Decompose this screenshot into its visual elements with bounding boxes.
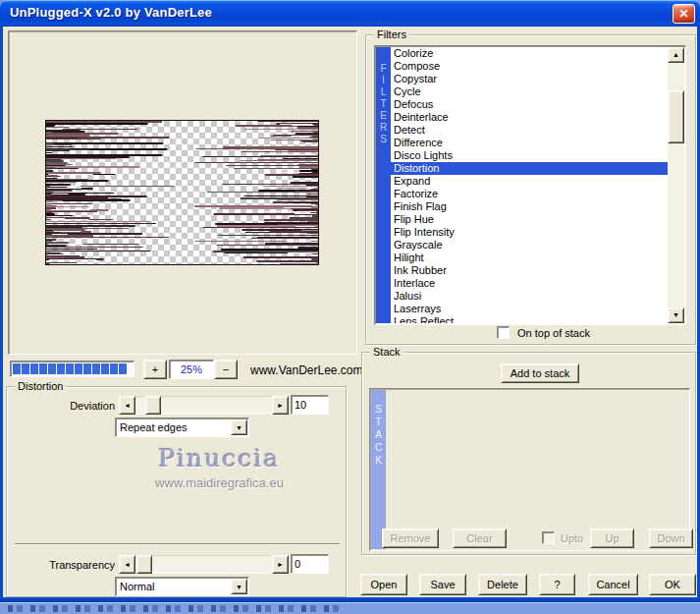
filters-listbox: FILTERS ColorizeComposeCopystarCycleDefo… [374,45,686,325]
progress-block [101,363,109,374]
zoom-out-button[interactable]: − [214,360,238,379]
titlebar[interactable]: UnPlugged-X v2.0 by VanDerLee ✕ [0,0,700,27]
upto-label: Upto [561,532,583,544]
down-button[interactable]: Down [649,529,693,548]
close-icon: ✕ [678,7,688,21]
edge-mode-dropdown[interactable]: Repeat edges ▼ [115,418,249,437]
close-button[interactable]: ✕ [673,4,695,24]
on-top-of-stack-checkbox[interactable] [497,326,510,339]
triangle-up-icon: ▲ [673,51,679,58]
deviation-input[interactable] [291,395,329,415]
filter-item[interactable]: Colorize [391,47,668,60]
open-button[interactable]: Open [360,574,407,595]
add-to-stack-button[interactable]: Add to stack [501,363,579,383]
clear-button[interactable]: Clear [453,529,507,548]
progress-block [48,363,56,374]
zoom-level-value: 25% [169,360,214,379]
filter-item[interactable]: Flip Intensity [391,226,668,239]
chevron-down-button[interactable]: ▼ [231,579,247,594]
blend-mode-dropdown[interactable]: Normal ▼ [115,577,249,596]
transparency-input[interactable] [291,554,329,574]
filter-item[interactable]: Hilight [391,251,668,264]
progress-block [57,363,65,374]
stack-listbox: STACK [369,388,690,551]
stack-strip: STACK [371,390,386,549]
filter-item[interactable]: Compose [391,60,668,73]
transparency-slider-track[interactable] [135,555,272,574]
edge-mode-value: Repeat edges [120,421,188,433]
preview-image[interactable] [45,120,319,265]
filter-item[interactable]: Difference [391,137,668,149]
filters-scrollbar[interactable]: ▲ ▼ [668,47,684,323]
progress-block [92,363,100,374]
triangle-down-icon: ▼ [673,311,679,318]
watermark: Pinuccia www.maidiregrafica.eu [93,444,346,490]
filter-item[interactable]: Jalusi [391,290,668,303]
filter-item[interactable]: Cycle [391,85,668,98]
filter-item[interactable]: Copystar [391,73,668,85]
filter-item[interactable]: Grayscale [391,239,668,251]
filter-item[interactable]: Finish Flag [391,200,668,213]
filter-item[interactable]: Defocus [391,98,668,111]
transparency-decrease-button[interactable]: ◄ [119,555,135,574]
filter-item[interactable]: Lens Reflect [391,315,668,323]
filter-item[interactable]: Flip Hue [391,213,668,226]
filter-item[interactable]: Interlace [391,277,668,290]
distortion-groupbox: Distortion Deviation ◄ ► Repeat edges ▼ … [6,386,347,597]
scrollbar-thumb[interactable] [668,90,684,143]
transparency-slider-thumb[interactable] [136,555,152,574]
filter-item[interactable]: Disco Lights [391,149,668,162]
filters-strip: FILTERS [376,47,391,323]
progress-block [119,363,127,374]
zoom-in-button[interactable]: + [143,360,167,379]
filter-item[interactable]: Laserrays [391,303,668,315]
stack-group-label: Stack [370,346,404,358]
filter-item[interactable]: Detect [391,124,668,137]
transparency-label: Transparency [17,559,115,571]
delete-button[interactable]: Delete [478,574,527,595]
help-button[interactable]: ? [539,574,575,595]
progress-block [39,363,47,374]
up-button[interactable]: Up [590,529,634,548]
stack-groupbox: Stack Add to stack STACK Remove Clear Up… [361,352,696,555]
deviation-label: Deviation [17,400,115,412]
window-title: UnPlugged-X v2.0 by VanDerLee [10,5,212,20]
progress-block [66,363,74,374]
filter-item[interactable]: Expand [391,175,668,188]
filters-list: ColorizeComposeCopystarCycleDefocusDeint… [391,47,668,323]
progress-block [110,363,118,374]
edge-mode-dropdown-button[interactable]: ▼ [231,419,247,435]
arrow-left-icon: ◄ [124,402,131,409]
deviation-decrease-button[interactable]: ◄ [119,396,135,415]
ok-button[interactable]: OK [649,574,696,595]
separator-line [15,543,340,545]
transparency-increase-button[interactable]: ► [272,555,289,574]
arrow-left-icon: ◄ [124,561,131,568]
deviation-increase-button[interactable]: ► [272,396,289,415]
arrow-right-icon: ► [277,402,284,409]
filter-item[interactable]: Factorize [391,188,668,200]
vanderlee-link[interactable]: www.VanDerLee.com [250,363,363,377]
filters-group-label: Filters [374,28,409,40]
stack-list-empty[interactable] [386,390,688,549]
filter-item[interactable]: Deinterlace [391,111,668,124]
remove-button[interactable]: Remove [382,529,439,548]
background-window-text-smudge [8,605,342,612]
background-window-strip [0,602,700,614]
deviation-slider-thumb[interactable] [145,396,161,415]
save-button[interactable]: Save [419,574,466,595]
on-top-of-stack-label: On top of stack [517,327,590,339]
filter-item[interactable]: Distortion [391,162,668,175]
arrow-right-icon: ► [277,561,284,568]
scroll-up-button[interactable]: ▲ [668,47,684,63]
upto-checkbox[interactable] [542,531,555,544]
deviation-slider-track[interactable] [135,396,272,415]
cancel-button[interactable]: Cancel [588,574,638,595]
watermark-name: Pinuccia [93,444,346,473]
chevron-down-icon: ▼ [236,424,242,431]
blend-mode-value: Normal [120,581,154,592]
progress-block [30,363,38,374]
scroll-down-button[interactable]: ▼ [668,307,684,323]
distortion-group-label: Distortion [15,380,66,392]
filter-item[interactable]: Ink Rubber [391,264,668,277]
